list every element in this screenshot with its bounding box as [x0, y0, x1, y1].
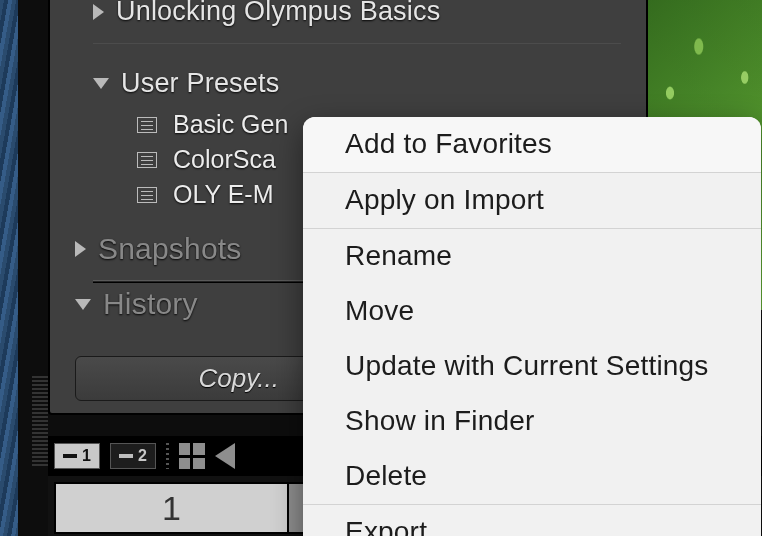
copy-button-label: Copy...	[199, 363, 279, 394]
window-button-label: 1	[82, 447, 91, 465]
preset-folder-label: User Presets	[121, 68, 279, 99]
window-2-button[interactable]: 2	[110, 443, 156, 469]
disclosure-down-icon	[93, 78, 109, 89]
preset-icon	[137, 152, 157, 168]
panel-divider	[93, 43, 621, 44]
window-1-button[interactable]: 1	[54, 443, 100, 469]
ctx-export[interactable]: Export…	[303, 505, 761, 536]
disclosure-right-icon	[93, 4, 104, 20]
ctx-update-settings[interactable]: Update with Current Settings	[303, 339, 761, 394]
preset-folder-expanded[interactable]: User Presets	[75, 62, 621, 107]
ctx-delete[interactable]: Delete	[303, 449, 761, 504]
app-window: Unlocking Olympus Basics User Presets Ba…	[18, 0, 762, 536]
vertical-stripe-decoration	[32, 376, 48, 466]
window-icon	[63, 454, 77, 458]
preset-item-label: Basic Gen	[173, 110, 288, 139]
ctx-rename[interactable]: Rename	[303, 229, 761, 284]
window-icon	[119, 454, 133, 458]
window-button-label: 2	[138, 447, 147, 465]
grid-view-icon[interactable]	[179, 443, 205, 469]
arrow-left-icon[interactable]	[215, 443, 235, 469]
preset-icon	[137, 187, 157, 203]
ctx-move[interactable]: Move	[303, 284, 761, 339]
desktop-background-strip	[0, 0, 18, 536]
disclosure-down-icon	[75, 299, 91, 310]
preset-item-label: OLY E-M	[173, 180, 274, 209]
preset-folder-collapsed[interactable]: Unlocking Olympus Basics	[75, 0, 621, 35]
preset-folder-label: Unlocking Olympus Basics	[116, 0, 440, 27]
preset-icon	[137, 117, 157, 133]
section-label: Snapshots	[98, 232, 242, 266]
preset-item-label: ColorSca	[173, 145, 276, 174]
ctx-apply-on-import[interactable]: Apply on Import	[303, 173, 761, 228]
section-label: History	[103, 287, 198, 321]
filmstrip-thumb[interactable]: 1	[56, 484, 289, 532]
ctx-add-to-favorites[interactable]: Add to Favorites	[303, 117, 761, 172]
context-menu: Add to Favorites Apply on Import Rename …	[303, 117, 761, 536]
disclosure-right-icon	[75, 241, 86, 257]
toolbar-separator	[166, 443, 169, 469]
ctx-show-in-finder[interactable]: Show in Finder	[303, 394, 761, 449]
